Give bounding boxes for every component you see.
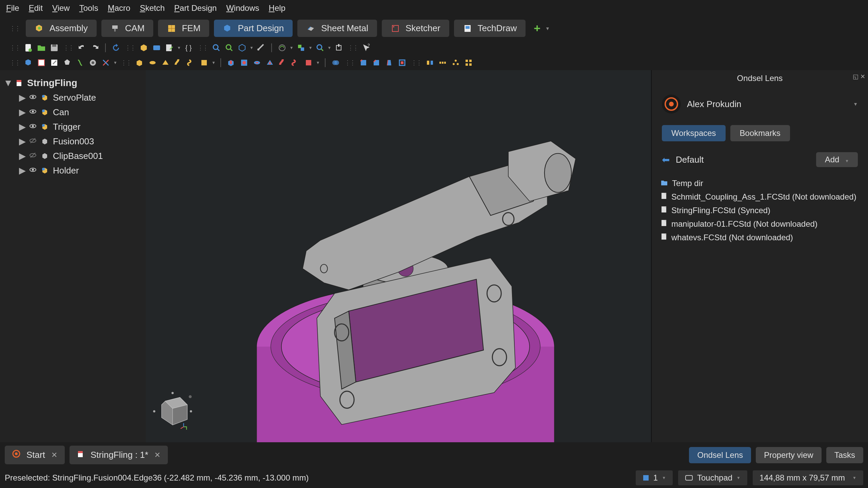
tree-item-fusion003[interactable]: ▶Fusion003	[18, 134, 142, 149]
expand-icon[interactable]: ▶	[19, 122, 26, 132]
navigation-style-selector[interactable]: Touchpad ▼	[678, 470, 747, 485]
pad-icon[interactable]	[134, 57, 145, 68]
add-workbench-icon[interactable]: +	[534, 22, 540, 35]
toolbar-grip-icon[interactable]: ⋮⋮	[125, 44, 135, 52]
zoom-sync-icon[interactable]	[315, 42, 326, 53]
create-body-icon[interactable]	[23, 57, 34, 68]
panel-btn-tasks[interactable]: Tasks	[826, 447, 863, 463]
layer-selector[interactable]: 1 ▼	[636, 470, 673, 485]
dropdown-icon[interactable]: ▼	[545, 26, 550, 31]
visibility-icon[interactable]	[29, 151, 37, 161]
workbench-cam[interactable]: CAM	[101, 20, 154, 37]
mirrored-icon[interactable]	[425, 57, 435, 68]
file-item[interactable]: Temp dir	[658, 177, 862, 190]
group-icon[interactable]	[151, 42, 162, 53]
additive-pipe-icon[interactable]	[173, 57, 184, 68]
tab-workspaces[interactable]: Workspaces	[662, 125, 726, 141]
file-item[interactable]: manipulator-01.FCStd (Not downloaded)	[658, 217, 862, 231]
dropdown-icon[interactable]: ▼	[309, 45, 313, 50]
expand-icon[interactable]: ▶	[19, 151, 26, 161]
pocket-icon[interactable]	[226, 57, 237, 68]
save-file-icon[interactable]	[49, 42, 60, 53]
box-icon[interactable]	[138, 42, 149, 53]
toolbar-grip-icon[interactable]: ⋮⋮	[348, 44, 358, 52]
toolbar-grip-icon[interactable]: ⋮⋮	[411, 59, 421, 66]
expand-icon[interactable]: ▶	[19, 93, 26, 103]
panel-btn-ondsel-lens[interactable]: Ondsel Lens	[689, 447, 751, 463]
visibility-icon[interactable]	[29, 166, 37, 175]
new-file-icon[interactable]	[23, 42, 34, 53]
undo-icon[interactable]	[77, 42, 87, 53]
tree-root[interactable]: ▼ StringFling	[3, 76, 142, 90]
refresh-icon[interactable]	[111, 42, 121, 53]
document-tab[interactable]: StringFling : 1*✕	[70, 446, 168, 464]
visibility-icon[interactable]	[29, 137, 37, 146]
tree-item-trigger[interactable]: ▶Trigger	[18, 120, 142, 134]
toolbar-grip-icon[interactable]: ⋮⋮	[9, 44, 20, 52]
dropdown-icon[interactable]: ▼	[290, 45, 294, 50]
toggle-clip-icon[interactable]	[333, 42, 344, 53]
menu-help[interactable]: Help	[269, 3, 285, 13]
dropdown-icon[interactable]: ▼	[853, 101, 858, 107]
open-file-icon[interactable]	[36, 42, 47, 53]
tree-item-clipbase001[interactable]: ▶ClipBase001	[18, 149, 142, 163]
edit-sketch-icon[interactable]	[49, 57, 60, 68]
additive-loft-icon[interactable]	[160, 57, 171, 68]
toolbar-grip-icon[interactable]: ⋮⋮	[197, 44, 208, 52]
panel-btn-property-view[interactable]: Property view	[756, 447, 821, 463]
menu-sketch[interactable]: Sketch	[140, 3, 164, 13]
zoom-fit-icon[interactable]	[211, 42, 222, 53]
sub-shape-binder-icon[interactable]	[62, 57, 73, 68]
subtractive-helix-icon[interactable]	[290, 57, 301, 68]
visibility-icon[interactable]	[29, 93, 37, 102]
document-tab[interactable]: Start✕	[5, 446, 65, 464]
whats-this-icon[interactable]: ?	[361, 42, 372, 53]
dropdown-icon[interactable]: ▼	[328, 45, 332, 50]
sync-selection-icon[interactable]	[296, 42, 307, 53]
vargroup-icon[interactable]: { }	[183, 42, 194, 53]
fillet-icon[interactable]	[358, 57, 369, 68]
file-item[interactable]: StringFling.FCStd (Synced)	[658, 204, 862, 217]
dropdown-icon[interactable]: ▼	[113, 60, 117, 65]
revolution-icon[interactable]	[147, 57, 158, 68]
menu-file[interactable]: File	[6, 3, 19, 13]
zoom-selection-icon[interactable]	[224, 42, 235, 53]
workbench-fem[interactable]: FEM	[158, 20, 209, 37]
create-sketch-icon[interactable]	[36, 57, 47, 68]
subtractive-loft-icon[interactable]	[264, 57, 275, 68]
visibility-icon[interactable]	[29, 108, 37, 117]
dropdown-icon[interactable]: ▼	[250, 45, 254, 50]
add-button[interactable]: Add ▼	[816, 152, 858, 167]
multi-transform-icon[interactable]	[463, 57, 474, 68]
navigation-cube[interactable]	[151, 390, 195, 434]
polar-pattern-icon[interactable]	[450, 57, 461, 68]
close-tab-icon[interactable]: ✕	[51, 451, 57, 460]
menu-macro[interactable]: Macro	[108, 3, 131, 13]
measure-icon[interactable]	[256, 42, 267, 53]
3d-viewport[interactable]	[146, 70, 651, 442]
menu-tools[interactable]: Tools	[79, 3, 98, 13]
link-icon[interactable]	[164, 42, 175, 53]
tree-item-servoplate[interactable]: ▶ServoPlate	[18, 90, 142, 105]
toolbar-grip-icon[interactable]: ⋮⋮	[9, 25, 20, 32]
datum-icon[interactable]	[100, 57, 111, 68]
close-tab-icon[interactable]: ✕	[154, 451, 160, 460]
menu-partdesign[interactable]: Part Design	[174, 3, 217, 13]
dimensions-display[interactable]: 144,88 mm x 79,57 mm ▼	[753, 470, 863, 485]
subtractive-primitive-icon[interactable]	[303, 57, 314, 68]
file-item[interactable]: whatevs.FCStd (Not downloaded)	[658, 231, 862, 244]
user-profile[interactable]: Alex Prokudin ▼	[652, 86, 868, 122]
expand-icon[interactable]: ▶	[19, 136, 26, 147]
menu-windows[interactable]: Windows	[226, 3, 259, 13]
draft-icon[interactable]	[384, 57, 395, 68]
back-arrow-icon[interactable]: ⬅	[662, 154, 670, 165]
file-item[interactable]: Schmidt_Coupling_Ass_1.FCStd (Not downlo…	[658, 190, 862, 204]
draw-style-icon[interactable]	[237, 42, 248, 53]
dropdown-icon[interactable]: ▼	[177, 45, 181, 50]
toolbar-grip-icon[interactable]: ⋮⋮	[344, 59, 355, 66]
tree-item-can[interactable]: ▶Can	[18, 105, 142, 120]
dropdown-icon[interactable]: ▼	[316, 60, 320, 65]
chamfer-icon[interactable]	[371, 57, 382, 68]
dropdown-icon[interactable]: ▼	[212, 60, 216, 65]
expand-icon[interactable]: ▶	[19, 107, 26, 118]
